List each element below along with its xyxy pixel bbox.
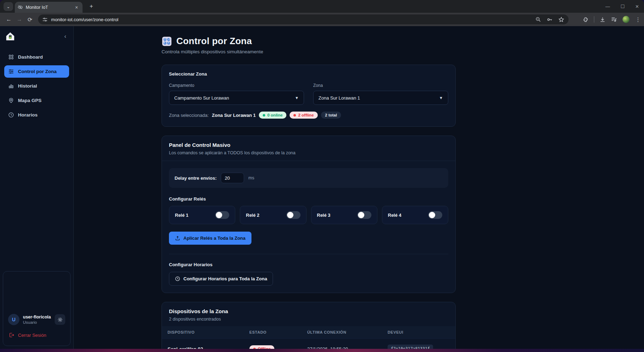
relay-2-toggle[interactable]: [286, 211, 300, 219]
col-estado: ESTADO: [249, 330, 307, 334]
sun-icon: [57, 317, 63, 322]
sidebar-item-control-por-zona[interactable]: Control por Zona: [4, 65, 69, 78]
relay-label: Relé 2: [246, 213, 259, 218]
user-name: user-floricola: [23, 315, 51, 320]
tab-close-icon[interactable]: ×: [73, 4, 80, 11]
zona-label: Zona: [313, 83, 448, 88]
online-dot-icon: [263, 114, 265, 117]
logout-label: Cerrar Sesión: [18, 333, 46, 338]
browser-window: ⌄ Monitor IoT × + — ☐ ✕ ← → ⟳ monitor-io…: [0, 0, 644, 349]
bar-chart-icon: [8, 83, 14, 89]
control-knobs-icon: [162, 36, 172, 47]
devices-title: Dispositivos de la Zona: [169, 308, 448, 314]
chevron-down-icon: ▼: [439, 96, 443, 100]
tab-search-button[interactable]: ⌄: [4, 2, 13, 11]
devices-card: Dispositivos de la Zona 2 dispositivos e…: [162, 302, 456, 349]
password-key-icon[interactable]: [547, 17, 553, 23]
campamento-label: Campamento: [169, 83, 304, 88]
device-deveui: f7e10e317a81331f: [388, 345, 433, 349]
sidebar-item-historial[interactable]: Historial: [4, 80, 69, 92]
sidebar-item-mapa-gps[interactable]: Mapa GPS: [4, 94, 69, 107]
delay-unit: ms: [248, 175, 254, 180]
toggle-knob: [358, 212, 364, 218]
logout-button[interactable]: Cerrar Sesión: [9, 332, 65, 338]
tab-favicon-eye-icon: [18, 5, 23, 10]
relay-label: Relé 4: [388, 213, 401, 218]
grid-icon: [8, 54, 14, 60]
sidebar-item-label: Historial: [18, 83, 37, 89]
downloads-icon[interactable]: [600, 17, 606, 23]
app-logo-icon: [5, 31, 16, 42]
zona-value: Zona Sur Lorawan 1: [318, 95, 439, 101]
toolbar-divider: [594, 16, 594, 23]
relay-label: Relé 1: [175, 213, 188, 218]
zoom-icon[interactable]: [535, 17, 541, 22]
campamento-select[interactable]: Campamento Sur Lorawan ▼: [169, 91, 304, 105]
theme-toggle-button[interactable]: [55, 314, 65, 325]
user-role: Usuario: [23, 320, 51, 324]
relays-title: Configurar Relés: [169, 196, 448, 202]
relay-1-toggle[interactable]: [215, 211, 229, 219]
apply-relays-button[interactable]: Aplicar Relés a Toda la Zona: [169, 232, 251, 245]
relay-card-2: Relé 2: [240, 206, 306, 224]
forward-button[interactable]: →: [14, 16, 25, 23]
sidebar: ‹ Dashboard Control por Zona: [0, 26, 74, 349]
zone-select-card: Seleccionar Zona Campamento Campamento S…: [162, 65, 456, 127]
relay-3-toggle[interactable]: [357, 211, 371, 219]
site-settings-tune-icon[interactable]: [42, 17, 48, 22]
sidebar-item-horarios[interactable]: Horarios: [4, 109, 69, 121]
sidebar-nav: Dashboard Control por Zona Historial: [0, 51, 73, 121]
user-card: U user-floricola Usuario Cerrar Sesión: [3, 271, 71, 346]
address-bar[interactable]: monitor-iot.com/user/zone-control: [38, 14, 569, 24]
table-row[interactable]: SenLoraWan 02 Offline 27/1/2026, 18:55:2…: [162, 338, 455, 349]
col-ultima-conexion: ÚLTIMA CONEXIÓN: [307, 330, 388, 334]
relay-card-3: Relé 3: [311, 206, 377, 224]
browser-tab[interactable]: Monitor IoT ×: [15, 2, 83, 13]
logout-icon: [9, 332, 14, 338]
back-button[interactable]: ←: [4, 16, 14, 23]
menu-kebab-icon[interactable]: ⋮: [635, 16, 641, 23]
configure-schedules-button[interactable]: Configurar Horarios para Toda la Zona: [169, 272, 273, 286]
avatar: U: [8, 314, 19, 325]
selected-zone-value: Zona Sur Lorawan 1: [212, 113, 256, 118]
section-divider: [169, 254, 448, 254]
main-content: Control por Zona Controla múltiples disp…: [74, 26, 644, 349]
upload-icon: [175, 235, 180, 241]
relay-label: Relé 3: [317, 213, 330, 218]
selected-zone-label: Zona seleccionada:: [169, 113, 209, 118]
mass-control-subtitle: Los comandos se aplicarán a TODOS los di…: [169, 150, 448, 155]
status-badge: Offline: [249, 345, 274, 349]
delay-input[interactable]: [221, 173, 244, 183]
toggle-knob: [216, 212, 222, 218]
relay-card-4: Relé 4: [382, 206, 448, 224]
map-pin-icon: [8, 97, 14, 103]
mass-control-card: Panel de Control Masivo Los comandos se …: [162, 136, 456, 293]
reload-button[interactable]: ⟳: [25, 16, 35, 23]
sliders-icon: [8, 68, 14, 74]
sidebar-collapse-icon[interactable]: ‹: [62, 33, 68, 40]
zona-select[interactable]: Zona Sur Lorawan 1 ▼: [313, 91, 448, 105]
window-minimize-button[interactable]: —: [605, 4, 610, 9]
mass-control-title: Panel de Control Masivo: [169, 142, 448, 148]
col-deveui: DEVEUI: [388, 330, 455, 334]
extension-avatar-icon[interactable]: [622, 16, 630, 23]
offline-badge: 2 offline: [290, 112, 317, 119]
device-last-connection: 27/1/2026, 18:55:20: [307, 346, 388, 349]
url-text[interactable]: monitor-iot.com/user/zone-control: [51, 17, 532, 22]
sidebar-item-dashboard[interactable]: Dashboard: [4, 51, 69, 63]
browser-titlebar: ⌄ Monitor IoT × + — ☐ ✕: [0, 0, 644, 13]
browser-toolbar: ← → ⟳ monitor-iot.com/user/zone-control …: [0, 13, 644, 26]
new-tab-button[interactable]: +: [87, 3, 96, 11]
page-subtitle: Controla múltiples dispositivos simultán…: [162, 49, 456, 54]
media-playlist-icon[interactable]: [611, 16, 617, 23]
extensions-puzzle-icon[interactable]: [583, 17, 589, 23]
sidebar-item-label: Control por Zona: [18, 69, 56, 74]
relay-4-toggle[interactable]: [428, 211, 442, 219]
devices-subtitle: 2 dispositivos encontrados: [169, 317, 448, 322]
window-close-button[interactable]: ✕: [635, 4, 639, 9]
bookmark-star-icon[interactable]: [558, 17, 564, 23]
window-maximize-button[interactable]: ☐: [620, 4, 625, 9]
campamento-value: Campamento Sur Lorawan: [174, 95, 295, 101]
tab-title: Monitor IoT: [26, 5, 71, 10]
schedules-title: Configurar Horarios: [169, 262, 448, 267]
